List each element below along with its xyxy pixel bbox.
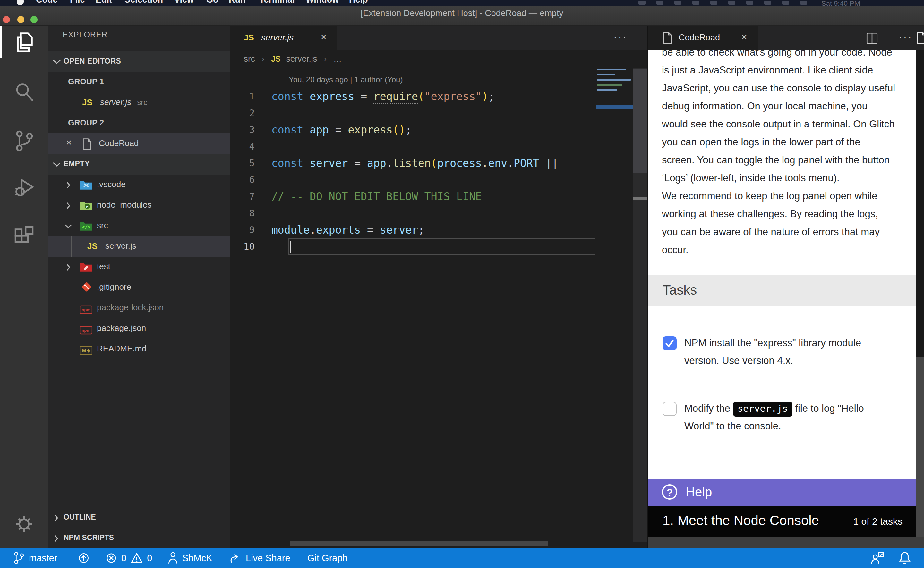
task-1-checkbox[interactable] [663, 336, 677, 350]
sidebar-item-run-debug[interactable] [0, 171, 48, 206]
code-text: const express = require("express"); [271, 90, 494, 103]
git-graph-status-item[interactable]: Git Graph [307, 548, 348, 568]
tree-item-readme[interactable]: M README.md [48, 339, 230, 360]
code-editor[interactable]: 1const express = require("express");23co… [230, 88, 596, 255]
npm-scripts-section-header[interactable]: NPM SCRIPTS [48, 527, 230, 548]
open-editors-header[interactable]: OPEN EDITORS [48, 51, 230, 72]
tree-item-package-json[interactable]: npm package.json [48, 318, 230, 339]
sidebar-item-search[interactable] [0, 75, 48, 110]
problems-status-item[interactable]: 0 0 [105, 548, 152, 568]
split-editor-icon[interactable] [865, 32, 879, 45]
tasks-section-header: Tasks [648, 275, 916, 306]
live-share-contacts-item[interactable] [870, 548, 885, 568]
panel-tab-bar: CodeRoad × ··· [648, 26, 924, 50]
menu-run[interactable]: Run [229, 0, 246, 5]
open-editor-coderoad[interactable]: × CodeRoad [48, 133, 230, 154]
minimap[interactable] [596, 69, 633, 541]
workspace-section-header[interactable]: EMPTY [48, 154, 230, 175]
code-line-8[interactable]: 8 [230, 205, 596, 221]
close-tab-icon[interactable]: × [742, 32, 747, 42]
code-token [303, 124, 310, 136]
gear-icon[interactable] [674, 1, 681, 5]
sync-status-item[interactable] [77, 548, 90, 568]
menu-view[interactable]: View [174, 0, 194, 5]
tree-item-node-modules[interactable]: js node_modules [48, 195, 230, 216]
code-line-7[interactable]: 7// -- DO NOT EDIT BELOW THIS LINE [230, 188, 596, 205]
task-2-checkbox[interactable] [663, 402, 677, 416]
coderoad-webview: be able to check what's going on in your… [648, 50, 924, 548]
webview-scrollbar-thumb[interactable] [916, 357, 924, 537]
sidebar-item-extensions[interactable] [0, 220, 48, 255]
code-line-2[interactable]: 2 [230, 104, 596, 121]
spotlight-icon[interactable] [782, 1, 789, 5]
wifi-icon[interactable] [764, 1, 771, 5]
horizontal-scrollbar[interactable] [290, 541, 548, 546]
branch-status-item[interactable]: master [13, 548, 57, 568]
stage-bar[interactable]: 1. Meet the Node Console 1 of 2 tasks [648, 506, 924, 537]
git-graph-label: Git Graph [307, 553, 348, 563]
tree-item-package-lock[interactable]: npm package-lock.json [48, 298, 230, 318]
file-icon [662, 32, 673, 44]
branch-name: master [29, 553, 57, 563]
tab-coderoad[interactable]: CodeRoad × [648, 26, 758, 50]
editor-scrollbar[interactable] [633, 68, 647, 542]
breadcrumb-file[interactable]: server.js [286, 54, 317, 63]
code-line-6[interactable]: 6 [230, 171, 596, 188]
tree-item-serverjs[interactable]: JS server.js [48, 236, 230, 257]
codelens-annotation[interactable]: You, 20 days ago | 1 author (You) [289, 75, 402, 84]
tree-item-test[interactable]: test [48, 257, 230, 277]
notifications-item[interactable] [898, 548, 911, 568]
check-icon [663, 336, 677, 350]
tree-item-src[interactable]: </> src [48, 216, 230, 236]
lesson-text-line: ‘Logs’ (lower-left, inside the tools men… [662, 169, 915, 187]
display-icon[interactable] [638, 1, 645, 5]
menu-help[interactable]: Help [349, 0, 368, 5]
minimap-highlight [596, 105, 633, 109]
stage-progress-badge: 1 of 2 tasks [853, 516, 903, 527]
menu-terminal[interactable]: Terminal [259, 0, 295, 5]
live-share-status-item[interactable]: Live Share [228, 548, 290, 568]
menu-file[interactable]: File [70, 0, 85, 5]
close-tab-icon[interactable]: × [321, 32, 327, 42]
webview-scrollbar-track[interactable] [916, 50, 924, 357]
lesson-text-line: be able to check what's going on in your… [662, 50, 915, 61]
breadcrumb-src[interactable]: src [244, 54, 255, 63]
settings-gear-button[interactable] [0, 507, 48, 542]
line-number: 7 [230, 191, 271, 202]
code-line-4[interactable]: 4 [230, 138, 596, 155]
code-line-9[interactable]: 9module.exports = server; [230, 221, 596, 238]
menu-window[interactable]: Window [306, 0, 339, 5]
close-icon[interactable]: × [66, 137, 72, 148]
breadcrumb[interactable]: src › JS server.js › … [244, 54, 342, 64]
markdown-icon: M [80, 345, 92, 356]
tree-item-gitignore[interactable]: .gitignore [48, 277, 230, 298]
apple-menu-icon[interactable] [17, 0, 24, 5]
tab-serverjs[interactable]: JS server.js × [230, 26, 337, 50]
code-token: module [271, 224, 310, 236]
open-editor-serverjs[interactable]: JS server.jssrc [48, 92, 230, 113]
tree-item-vscode[interactable]: .vscode [48, 175, 230, 195]
scrollbar-thumb[interactable] [633, 69, 647, 173]
control-center-icon[interactable] [800, 1, 807, 5]
account-icon[interactable] [710, 1, 717, 5]
breadcrumb-symbol[interactable]: … [333, 54, 342, 63]
battery-icon[interactable] [746, 1, 753, 5]
menu-code[interactable]: Code [36, 0, 58, 5]
sidebar-item-explorer[interactable] [0, 26, 48, 61]
focus-icon[interactable] [656, 1, 663, 5]
pointer-icon[interactable] [692, 1, 699, 5]
activity-icon[interactable] [728, 1, 736, 5]
account-status-item[interactable]: ShMcK [167, 548, 212, 568]
sidebar-item-source-control[interactable] [0, 124, 48, 159]
help-button[interactable]: ? Help [648, 479, 924, 506]
code-line-5[interactable]: 5const server = app.listen(process.env.P… [230, 155, 596, 171]
outline-section-header[interactable]: OUTLINE [48, 507, 230, 527]
menu-go[interactable]: Go [206, 0, 219, 5]
menu-edit[interactable]: Edit [96, 0, 112, 5]
code-line-3[interactable]: 3const app = express(); [230, 121, 596, 138]
menu-selection[interactable]: Selection [125, 0, 163, 5]
code-token: server [380, 224, 418, 236]
code-line-1[interactable]: 1const express = require("express"); [230, 88, 596, 104]
more-actions-icon[interactable]: ··· [613, 30, 627, 43]
more-actions-icon[interactable]: ··· [898, 30, 912, 43]
